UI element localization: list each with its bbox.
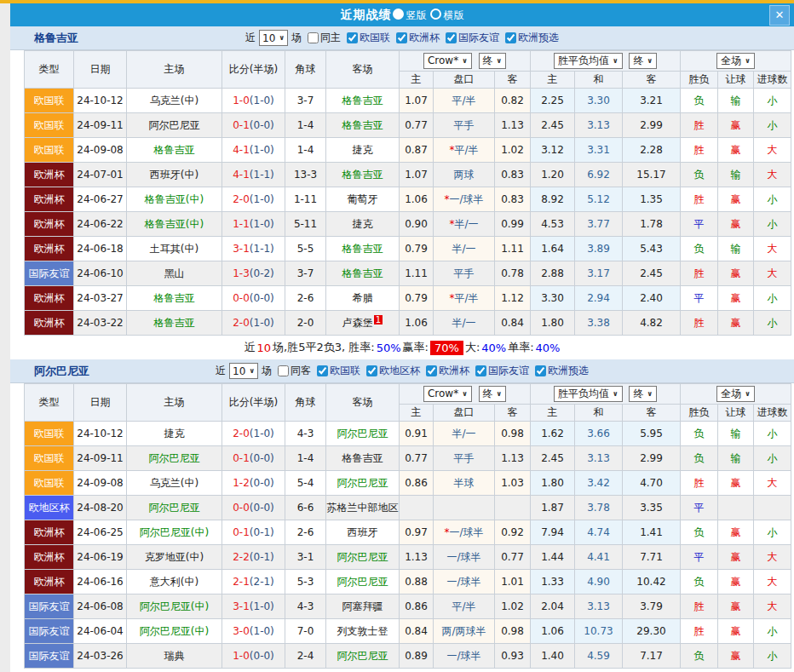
competition-checkbox[interactable] bbox=[366, 365, 377, 376]
layout-radio-horizontal-icon[interactable] bbox=[430, 9, 441, 20]
summary-handicap-rate: 70% bbox=[430, 341, 463, 355]
competition-filter[interactable]: 国际友谊 bbox=[469, 364, 529, 378]
competition-checkbox[interactable] bbox=[535, 365, 546, 376]
handicap-result: 赢 bbox=[718, 644, 754, 669]
home-team: 阿尔巴尼亚 bbox=[127, 496, 222, 520]
halftime-score: (1-0) bbox=[250, 317, 274, 329]
europe-odds-select[interactable]: 胜平负均值∨ bbox=[554, 386, 623, 402]
asian-home-odds: 0.88 bbox=[400, 570, 434, 594]
close-button[interactable]: ✕ bbox=[769, 5, 790, 26]
asian-away-odds: 1.03 bbox=[495, 471, 531, 496]
competition-checkbox[interactable] bbox=[446, 32, 457, 43]
euro-away-odds: 2.45 bbox=[623, 261, 681, 286]
match-count-select[interactable]: 10∨ bbox=[259, 30, 288, 46]
euro-away-odds: 7.17 bbox=[623, 644, 681, 669]
euro-home-odds: 1.40 bbox=[531, 644, 575, 669]
bookmaker-select[interactable]: Crow*∨ bbox=[423, 53, 472, 69]
match-row: 欧洲杯 24-06-16 意大利(中) 2-1(2-1) 5-3 阿尔巴尼亚 0… bbox=[25, 570, 791, 594]
layout-option-vertical[interactable]: 竖版 bbox=[406, 9, 427, 21]
layout-option-horizontal[interactable]: 横版 bbox=[444, 9, 464, 21]
match-date: 24-06-27 bbox=[74, 187, 127, 212]
asian-home-odds: 0.79 bbox=[400, 237, 434, 261]
match-result: 平 bbox=[681, 545, 718, 570]
away-team: 格鲁吉亚 bbox=[326, 237, 400, 261]
competition-checkbox[interactable] bbox=[505, 32, 516, 43]
match-score: 4-1(1-1) bbox=[222, 163, 285, 187]
europe-stage-select[interactable]: 终∨ bbox=[629, 53, 657, 69]
euro-home-odds: 1.20 bbox=[531, 163, 575, 187]
match-result: 胜 bbox=[681, 113, 718, 138]
competition-filter[interactable]: 欧国联 bbox=[311, 364, 360, 378]
section-header: 格鲁吉亚 近 10∨ 场 同主 欧国联欧洲杯国际友谊欧洲预选 bbox=[10, 26, 794, 50]
asian-away-odds bbox=[495, 496, 531, 520]
competition-badge: 欧洲杯 bbox=[25, 237, 74, 261]
match-date: 24-08-20 bbox=[74, 496, 127, 520]
asian-stage-select[interactable]: 终∨ bbox=[479, 53, 507, 69]
asian-handicap: 半/一 bbox=[434, 237, 495, 261]
match-date: 24-09-08 bbox=[74, 138, 127, 163]
match-row: 国际友谊 24-06-08 阿尔巴尼亚(中) 3-1(1-0) 4-3 阿塞拜疆… bbox=[25, 594, 791, 619]
handicap-result bbox=[718, 496, 754, 520]
match-date: 24-09-08 bbox=[74, 471, 127, 496]
home-team: 格鲁吉亚(中) bbox=[127, 187, 222, 212]
recent-results-window: 近期战绩竖版横版 ✕ 格鲁吉亚 近 10∨ 场 同主 欧国联欧洲杯国际友谊欧洲预… bbox=[10, 3, 794, 672]
asian-handicap: 半/一 bbox=[434, 422, 495, 446]
corner-score: 5-11 bbox=[285, 212, 326, 237]
away-team: 阿尔巴尼亚 bbox=[326, 422, 400, 446]
handicap-result: 赢 bbox=[718, 594, 754, 619]
asian-home-odds: 0.84 bbox=[400, 619, 434, 644]
competition-checkbox[interactable] bbox=[317, 365, 328, 376]
competition-checkbox[interactable] bbox=[426, 365, 437, 376]
fulltime-score: 4-1 bbox=[233, 169, 250, 181]
chevron-down-icon: ∨ bbox=[462, 57, 468, 65]
halftime-score: (1-0) bbox=[250, 218, 274, 230]
competition-filter[interactable]: 国际友谊 bbox=[440, 31, 499, 45]
asian-home-odds: 0.86 bbox=[400, 471, 434, 496]
same-side-checkbox[interactable] bbox=[278, 365, 289, 376]
scope-select[interactable]: 全场∨ bbox=[716, 386, 755, 402]
bookmaker-select[interactable]: Crow*∨ bbox=[423, 386, 472, 402]
halftime-score: (1-1) bbox=[250, 169, 274, 181]
scope-select[interactable]: 全场∨ bbox=[716, 53, 755, 69]
competition-filter[interactable]: 欧洲杯 bbox=[420, 364, 469, 378]
same-side-filter[interactable]: 同主 bbox=[302, 31, 341, 45]
competition-filter[interactable]: 欧洲杯 bbox=[390, 31, 440, 45]
competition-filter[interactable]: 欧洲预选 bbox=[529, 364, 589, 378]
match-score: 2-2(0-1) bbox=[222, 545, 285, 570]
asian-handicap: 平/半 bbox=[434, 594, 495, 619]
match-row: 欧洲杯 24-06-18 土耳其(中) 3-1(1-1) 5-5 格鲁吉亚 0.… bbox=[25, 237, 791, 261]
asian-home-odds: 0.90 bbox=[400, 212, 434, 237]
competition-checkbox[interactable] bbox=[347, 32, 358, 43]
match-row: 欧国联 24-09-11 阿尔巴尼亚 0-1(0-0) 1-4 格鲁吉亚 0.7… bbox=[25, 446, 791, 471]
col-header-date: 日期 bbox=[74, 384, 127, 422]
asian-stage-select[interactable]: 终∨ bbox=[479, 386, 507, 402]
euro-away-odds: 4.70 bbox=[623, 471, 681, 496]
handicap-result: 赢 bbox=[718, 619, 754, 644]
competition-checkbox[interactable] bbox=[475, 365, 486, 376]
corner-score: 1-11 bbox=[285, 187, 326, 212]
layout-radio-vertical-icon[interactable] bbox=[393, 9, 404, 20]
competition-checkbox[interactable] bbox=[396, 32, 407, 43]
match-count-value: 10 bbox=[262, 32, 275, 44]
goals-result: 大 bbox=[754, 471, 791, 496]
match-result: 胜 bbox=[681, 619, 718, 644]
europe-odds-select[interactable]: 胜平负均值∨ bbox=[554, 53, 623, 69]
home-team: 格鲁吉亚 bbox=[127, 286, 222, 311]
handicap-result: 赢 bbox=[718, 570, 754, 594]
goals-result bbox=[754, 496, 791, 520]
asian-away-odds: 1.02 bbox=[495, 138, 531, 163]
competition-filter[interactable]: 欧洲预选 bbox=[499, 31, 559, 45]
goals-result: 小 bbox=[754, 286, 791, 311]
match-row: 欧国联 24-09-11 阿尔巴尼亚 0-1(0-0) 1-4 格鲁吉亚 0.7… bbox=[25, 113, 791, 138]
match-count-select[interactable]: 10∨ bbox=[229, 363, 258, 379]
europe-stage-select[interactable]: 终∨ bbox=[629, 386, 657, 402]
euro-away-odds: 3.79 bbox=[623, 594, 681, 619]
team-section: 格鲁吉亚 近 10∨ 场 同主 欧国联欧洲杯国际友谊欧洲预选 类型 日期 主场 bbox=[10, 26, 794, 359]
same-side-filter[interactable]: 同客 bbox=[272, 364, 311, 378]
competition-filter-label: 欧国联 bbox=[330, 364, 360, 378]
halftime-score: (0-2) bbox=[250, 267, 274, 279]
competition-filter[interactable]: 欧国联 bbox=[341, 31, 390, 45]
same-side-checkbox[interactable] bbox=[308, 32, 319, 43]
competition-filter[interactable]: 欧地区杯 bbox=[360, 364, 420, 378]
summary-single-rate: 40% bbox=[536, 342, 561, 354]
